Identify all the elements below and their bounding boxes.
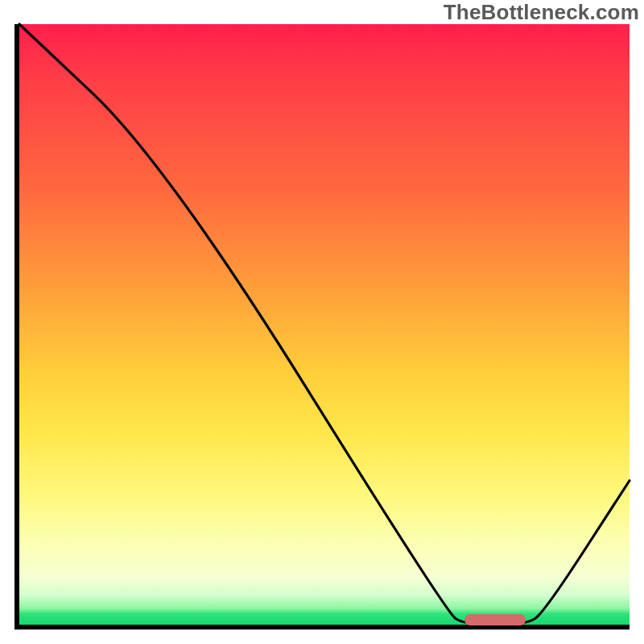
bottleneck-curve — [19, 24, 630, 625]
optimal-range-marker — [464, 614, 526, 625]
chart-canvas: TheBottleneck.com — [0, 0, 644, 644]
watermark-text: TheBottleneck.com — [444, 0, 639, 25]
curve-path — [19, 24, 630, 625]
plot-frame — [14, 24, 630, 630]
